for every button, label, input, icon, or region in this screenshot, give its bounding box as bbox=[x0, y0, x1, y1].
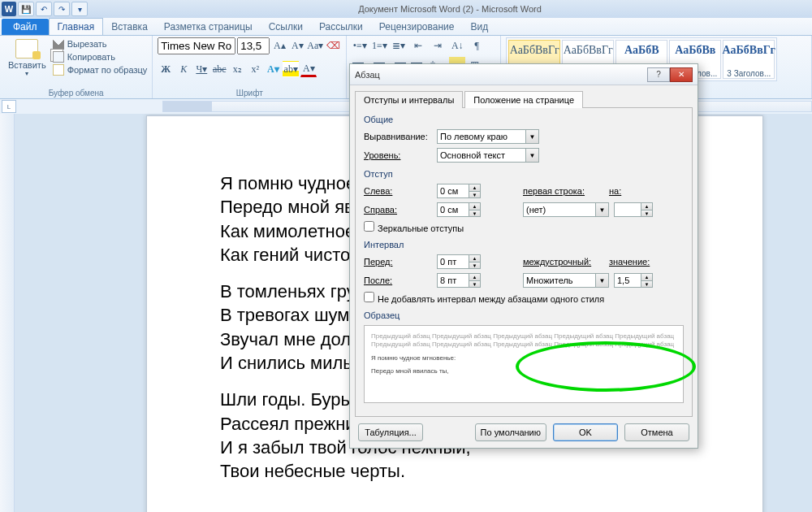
line-spacing-select[interactable]: ▼ bbox=[523, 273, 609, 288]
bold-button[interactable]: Ж bbox=[158, 61, 174, 77]
chevron-down-icon[interactable]: ▼ bbox=[526, 148, 539, 163]
chevron-down-icon[interactable]: ▼ bbox=[469, 262, 481, 269]
font-group-label: Шрифт bbox=[158, 88, 341, 98]
section-general: Общие bbox=[364, 115, 684, 124]
mirror-indents-checkbox[interactable]: Зеркальные отступы bbox=[364, 221, 464, 233]
after-label: После: bbox=[364, 276, 432, 285]
cut-button[interactable]: Вырезать bbox=[53, 37, 148, 50]
font-name-select[interactable] bbox=[158, 37, 235, 54]
change-case-icon[interactable]: Aa▾ bbox=[307, 38, 323, 54]
dont-add-space-checkbox[interactable]: Не добавлять интервал между абзацами одн… bbox=[364, 292, 604, 304]
indent-left-spin[interactable]: ▲▼ bbox=[437, 184, 481, 198]
tab-review[interactable]: Рецензирование bbox=[371, 19, 463, 35]
chevron-up-icon[interactable]: ▲ bbox=[469, 202, 481, 210]
alignment-select[interactable]: ▼ bbox=[437, 129, 539, 144]
vertical-ruler[interactable] bbox=[0, 114, 15, 512]
indent-icon[interactable]: ⇥ bbox=[430, 37, 446, 54]
outline-level-select[interactable]: ▼ bbox=[437, 148, 539, 163]
tab-insert[interactable]: Вставка bbox=[103, 19, 156, 35]
copy-button[interactable]: Копировать bbox=[53, 50, 148, 63]
underline-button[interactable]: Ч▾ bbox=[193, 61, 209, 77]
strike-button[interactable]: abc bbox=[211, 61, 227, 77]
chevron-down-icon[interactable]: ▼ bbox=[469, 191, 481, 198]
chevron-up-icon[interactable]: ▲ bbox=[469, 273, 481, 280]
pilcrow-icon[interactable]: ¶ bbox=[469, 37, 485, 54]
ribbon-tabs: Файл Главная Вставка Разметка страницы С… bbox=[0, 18, 812, 36]
chevron-up-icon[interactable]: ▲ bbox=[641, 273, 653, 280]
cut-icon bbox=[53, 38, 64, 50]
tab-home[interactable]: Главная bbox=[49, 18, 104, 35]
chevron-up-icon[interactable]: ▲ bbox=[469, 184, 481, 191]
ok-button[interactable]: OK bbox=[553, 423, 618, 441]
first-line-select[interactable]: ▼ bbox=[523, 202, 609, 217]
save-icon[interactable]: 💾 bbox=[18, 2, 34, 16]
dialog-title: Абзац bbox=[355, 70, 647, 80]
word-app-icon[interactable]: W bbox=[2, 2, 16, 16]
brush-icon bbox=[53, 64, 64, 76]
chevron-up-icon[interactable]: ▲ bbox=[641, 202, 653, 210]
line-spacing-at-spin[interactable]: ▲▼ bbox=[614, 273, 653, 288]
multilevel-icon[interactable]: ≣▾ bbox=[391, 37, 407, 54]
tabs-button[interactable]: Табуляция... bbox=[358, 423, 423, 441]
section-spacing: Интервал bbox=[364, 240, 684, 249]
help-icon[interactable]: ? bbox=[647, 67, 670, 82]
grow-font-icon[interactable]: A▴ bbox=[271, 38, 287, 54]
copy-icon bbox=[53, 51, 64, 63]
dialog-title-bar[interactable]: Абзац ? ✕ bbox=[350, 64, 698, 85]
chevron-down-icon[interactable]: ▼ bbox=[469, 210, 481, 217]
chevron-down-icon[interactable]: ▼ bbox=[469, 280, 481, 288]
tab-mailings[interactable]: Рассылки bbox=[311, 19, 371, 35]
style-heading3[interactable]: АаБбВвГг3 Заголов... bbox=[723, 40, 775, 79]
default-button[interactable]: По умолчанию bbox=[475, 423, 546, 441]
clipboard-group-label: Буфер обмена bbox=[5, 88, 147, 98]
chevron-down-icon[interactable]: ▼ bbox=[596, 273, 609, 288]
indent-right-label: Справа: bbox=[364, 205, 432, 215]
window-title: Документ Microsoft Word (2) - Microsoft … bbox=[88, 4, 812, 14]
chevron-down-icon[interactable]: ▼ bbox=[641, 280, 653, 288]
tab-layout[interactable]: Разметка страницы bbox=[156, 19, 261, 35]
cancel-button[interactable]: Отмена bbox=[624, 423, 689, 441]
superscript-button[interactable]: x² bbox=[247, 61, 263, 77]
file-tab[interactable]: Файл bbox=[2, 19, 49, 35]
bullets-icon[interactable]: •≡▾ bbox=[352, 37, 368, 54]
tab-selector[interactable]: L bbox=[2, 100, 16, 113]
dialog-tab-indents[interactable]: Отступы и интервалы bbox=[355, 91, 463, 108]
font-color-icon[interactable]: A▾ bbox=[300, 61, 317, 77]
text-effects-icon[interactable]: A▾ bbox=[265, 61, 281, 77]
paste-button[interactable]: Вставить ▾ bbox=[5, 37, 50, 79]
before-spin[interactable]: ▲▼ bbox=[437, 254, 481, 269]
indent-left-label: Слева: bbox=[364, 186, 432, 196]
outline-level-label: Уровень: bbox=[364, 150, 432, 160]
italic-button[interactable]: К bbox=[175, 61, 192, 77]
format-painter-button[interactable]: Формат по образцу bbox=[53, 63, 148, 76]
outdent-icon[interactable]: ⇤ bbox=[410, 37, 426, 54]
indent-right-spin[interactable]: ▲▼ bbox=[437, 202, 481, 217]
after-spin[interactable]: ▲▼ bbox=[437, 273, 481, 288]
highlight-icon[interactable]: ab▾ bbox=[283, 61, 299, 77]
chevron-down-icon[interactable]: ▼ bbox=[641, 210, 653, 217]
tab-references[interactable]: Ссылки bbox=[261, 19, 311, 35]
qat-customize-icon[interactable]: ▾ bbox=[71, 2, 88, 16]
chevron-up-icon[interactable]: ▲ bbox=[469, 254, 481, 262]
by-label: на: bbox=[609, 186, 630, 196]
shrink-font-icon[interactable]: A▾ bbox=[289, 38, 305, 54]
redo-icon[interactable]: ↷ bbox=[54, 2, 70, 16]
quick-access-toolbar: W 💾 ↶ ↷ ▾ bbox=[0, 2, 88, 16]
subscript-button[interactable]: x₂ bbox=[229, 61, 245, 77]
group-font: A▴ A▾ Aa▾ ⌫ Ж К Ч▾ abc x₂ x² A▾ ab▾ A▾ Ш… bbox=[153, 36, 347, 98]
chevron-down-icon[interactable]: ▼ bbox=[596, 202, 609, 217]
clear-format-icon[interactable]: ⌫ bbox=[325, 38, 341, 54]
font-size-select[interactable] bbox=[237, 37, 270, 54]
tab-view[interactable]: Вид bbox=[462, 19, 496, 35]
sort-icon[interactable]: A↓ bbox=[449, 37, 465, 54]
numbering-icon[interactable]: 1≡▾ bbox=[371, 37, 387, 54]
at-label: значение: bbox=[609, 257, 658, 267]
first-line-by-spin[interactable]: ▲▼ bbox=[614, 202, 653, 217]
line-spacing-label: междустрочный: bbox=[523, 257, 604, 267]
dialog-tab-position[interactable]: Положение на странице bbox=[464, 91, 583, 108]
undo-icon[interactable]: ↶ bbox=[36, 2, 52, 16]
alignment-label: Выравнивание: bbox=[364, 132, 432, 141]
chevron-down-icon[interactable]: ▼ bbox=[526, 129, 539, 144]
close-icon[interactable]: ✕ bbox=[670, 67, 693, 82]
doc-line: Твои небесные черты. bbox=[220, 461, 689, 481]
